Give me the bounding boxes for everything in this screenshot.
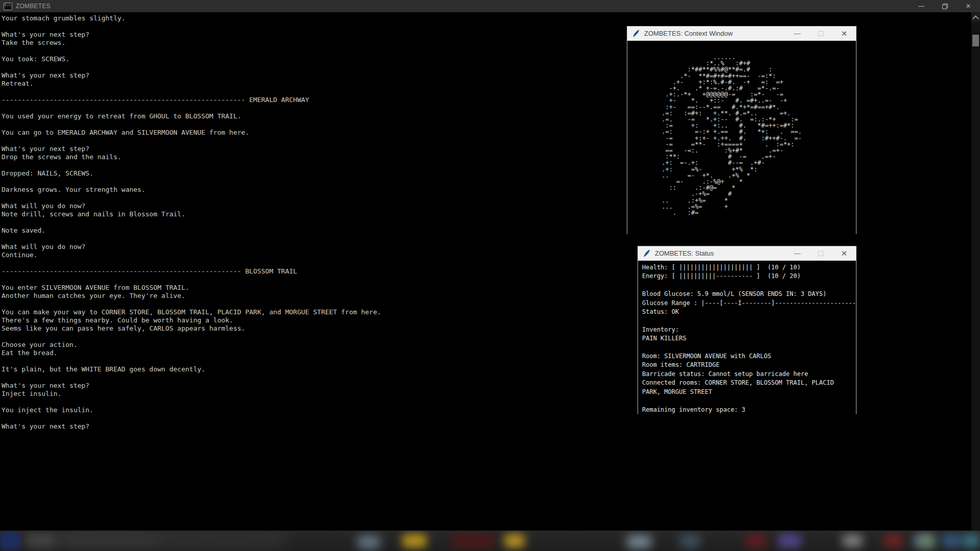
minimize-button[interactable]: — (786, 27, 809, 41)
taskbar-app-blob[interactable] (26, 533, 56, 548)
minimize-icon: — (794, 30, 801, 37)
taskbar-app-blob[interactable] (402, 534, 427, 548)
minimize-icon: — (794, 249, 801, 257)
taskbar[interactable] (0, 531, 980, 551)
status-window-title: ZOMBETES: Status (655, 249, 714, 257)
maximize-icon (818, 251, 823, 256)
taskbar-app-blob[interactable] (59, 533, 161, 548)
context-window-titlebar[interactable]: ZOMBETES: Context Window — ✕ (627, 27, 856, 41)
taskbar-app-blob[interactable] (883, 534, 903, 548)
restore-button[interactable] (933, 0, 957, 12)
terminal-scrollbar[interactable] (971, 12, 980, 531)
console-icon: C:\ (4, 3, 12, 10)
status-window: ZOMBETES: Status — ✕ Health: [ |||||||||… (638, 246, 856, 414)
close-icon: ✕ (841, 29, 848, 38)
minimize-button[interactable]: — (910, 0, 933, 12)
taskbar-app-blob[interactable] (963, 534, 980, 548)
close-button[interactable]: ✕ (832, 27, 856, 41)
feather-icon (632, 30, 640, 38)
taskbar-app-blob[interactable] (919, 536, 934, 548)
scrollbar-thumb[interactable] (972, 35, 979, 46)
main-window-titlebar[interactable]: C:\ ZOMBETES — ✕ (0, 0, 980, 12)
taskbar-app-blob[interactable] (0, 532, 20, 550)
status-window-titlebar[interactable]: ZOMBETES: Status — ✕ (638, 246, 856, 261)
main-window-title: ZOMBETES (16, 3, 51, 10)
taskbar-app-blob[interactable] (778, 534, 801, 548)
maximize-button[interactable] (809, 246, 832, 261)
taskbar-app-blob[interactable] (158, 533, 286, 548)
taskbar-app-blob[interactable] (745, 534, 767, 548)
restore-icon (942, 4, 947, 9)
taskbar-app-blob[interactable] (680, 535, 700, 548)
taskbar-app-blob[interactable] (941, 534, 962, 548)
scroll-up-button[interactable] (971, 12, 980, 22)
minimize-button[interactable]: — (786, 246, 809, 261)
taskbar-app-blob[interactable] (627, 535, 651, 548)
context-window-title: ZOMBETES: Context Window (644, 30, 732, 37)
taskbar-app-blob[interactable] (504, 534, 525, 548)
context-window: ZOMBETES: Context Window — ✕ ...... :*..… (627, 26, 856, 234)
close-button[interactable]: ✕ (957, 0, 980, 12)
status-readout: Health: [ |||||||||||||||||||| ] (10 / 1… (638, 261, 856, 414)
ascii-art: ...... :*..% :#+# :*##**#%%#@**#=.# : .*… (627, 41, 856, 216)
maximize-button[interactable] (809, 27, 832, 41)
feather-icon (643, 249, 651, 258)
taskbar-app-blob[interactable] (842, 534, 863, 547)
close-button[interactable]: ✕ (832, 246, 856, 261)
close-icon: ✕ (841, 249, 848, 258)
maximize-icon (818, 31, 823, 36)
close-icon: ✕ (966, 3, 971, 10)
minimize-icon: — (918, 3, 924, 10)
taskbar-app-blob[interactable] (450, 533, 494, 548)
taskbar-app-blob[interactable] (357, 536, 380, 549)
